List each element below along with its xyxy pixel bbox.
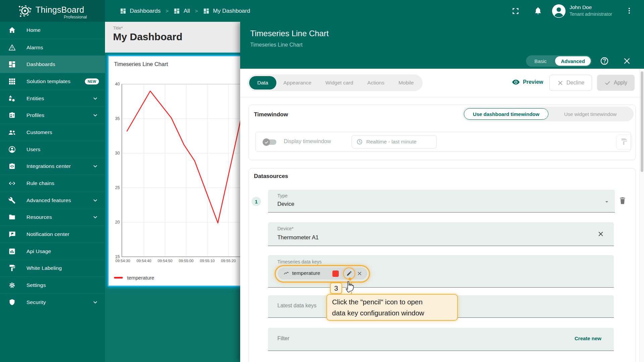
sidebar-item-label: Security [26,299,46,305]
sidebar-item-entities[interactable]: Entities [0,90,105,107]
clear-device-icon[interactable] [597,231,604,237]
tutorial-text-line2: data key configuration window [332,307,452,318]
fullscreen-icon[interactable] [511,7,520,15]
preview-label: Preview [523,79,543,85]
hand-cursor-icon [345,280,355,293]
dashboard-grid-icon [203,8,210,14]
chevron-down-icon [603,198,610,205]
svg-text:09:54:40: 09:54:40 [137,259,151,263]
dashboard-area: Title* My Dashboard Timeseries Line Char… [105,22,263,362]
breadcrumb-item-my-dashboard[interactable]: My Dashboard [203,8,250,14]
tab-data[interactable]: Data [249,76,276,89]
tab-mobile[interactable]: Mobile [391,76,421,89]
sidebar-item-rule-chains[interactable]: Rule chains [0,175,105,192]
chevron-down-icon [92,112,99,119]
check-icon [604,80,611,86]
scrollbar-thumb[interactable] [641,71,643,172]
sidebar-item-resources[interactable]: Resources [0,209,105,226]
display-timewindow-switch[interactable] [264,139,276,145]
remove-key-icon[interactable] [357,271,362,276]
sidebar-item-dashboards[interactable]: Dashboards [0,56,105,73]
timewindow-toggle: Use dashboard timewindow Use widget time… [463,107,634,121]
breadcrumb-separator: > [195,8,198,14]
delete-datasource-icon[interactable] [618,196,627,205]
timewindow-heading: Timewindow [254,111,288,118]
data-key-label: temperature [292,270,320,276]
sidebar-item-solution-templates[interactable]: Solution templatesNEW [0,73,105,90]
sidebar-item-advanced-features[interactable]: Advanced features [0,192,105,209]
scrollbar[interactable] [639,69,644,362]
notifications-bell-icon[interactable] [534,6,542,15]
panel-title: Timeseries Line Chart [250,29,329,38]
legend-swatch [114,277,123,279]
customers-icon [8,128,16,136]
sidebar-item-settings[interactable]: Settings [0,277,105,294]
sidebar-item-home[interactable]: Home [0,22,105,39]
mode-advanced-button[interactable]: Advanced [555,56,591,66]
filter-label: Filter [277,336,289,342]
breadcrumb-item-dashboards[interactable]: Dashboards [120,8,161,14]
tab-widget-card[interactable]: Widget card [318,76,360,89]
datasources-heading: Datasources [254,173,288,180]
new-badge: NEW [85,78,99,84]
device-field[interactable]: Device* Thermometer A1 [268,222,614,246]
tab-appearance[interactable]: Appearance [276,76,319,89]
datasource-type-select[interactable]: Type Device [268,190,615,213]
avatar[interactable] [552,4,566,18]
data-key-color-swatch[interactable] [332,270,339,277]
timeseries-key-icon [283,270,289,277]
breadcrumb-label: Dashboards [130,8,161,14]
realtime-timewindow-button[interactable]: Realtime - last minute [352,135,437,148]
create-new-link[interactable]: Create new [575,336,601,341]
use-widget-timewindow-button[interactable]: Use widget timewindow [548,111,632,117]
timeseries-data-keys-field[interactable]: Timeseries data keys temperature [268,255,614,288]
use-dashboard-timewindow-button[interactable]: Use dashboard timewindow [464,108,548,120]
sidebar-item-alarms[interactable]: Alarms [0,39,105,56]
sidebar-item-security[interactable]: Security [0,294,105,311]
decline-label: Decline [567,80,584,86]
sidebar-item-api-usage[interactable]: Api Usage [0,243,105,260]
datasources-section: Datasources 1 Type Device Device* Thermo… [249,168,636,362]
chart-legend[interactable]: temperature [114,275,154,281]
sidebar-item-customers[interactable]: Customers [0,124,105,141]
breadcrumb-item-all[interactable]: All [173,8,190,14]
sidebar-item-label: Integrations center [26,163,71,169]
apply-button[interactable]: Apply [597,75,635,91]
tab-actions[interactable]: Actions [360,76,391,89]
chevron-down-icon [92,299,99,306]
sidebar-item-white-labeling[interactable]: White Labeling [0,260,105,277]
svg-text:15: 15 [115,254,120,259]
mode-basic-button[interactable]: Basic [526,58,555,64]
home-icon [8,26,16,34]
decline-button[interactable]: Decline [549,75,592,91]
tutorial-step-badge: 3 [330,283,342,294]
sidebar-item-integrations-center[interactable]: Integrations center [0,158,105,175]
sidebar-item-profiles[interactable]: Profiles [0,107,105,124]
dashboard-title-label: Title* [113,25,123,31]
clock-icon [356,138,363,145]
sidebar-item-label: Customers [26,129,52,135]
data-key-chip[interactable]: temperature [278,267,367,280]
close-icon[interactable] [623,57,631,65]
svg-text:40: 40 [115,82,120,86]
sidebar-item-label: Home [26,27,41,33]
legend-label: temperature [127,275,154,281]
dashboard-title-input[interactable]: My Dashboard [113,31,182,43]
dashboards-icon [8,60,16,68]
device-value: Thermometer A1 [277,234,319,241]
display-timewindow-label: Display timewindow [284,138,331,144]
preview-button[interactable]: Preview [512,78,543,86]
timeseries-widget[interactable]: Timeseries Line Chart 09:54:3009:54:4009… [108,55,263,287]
kebab-menu-icon[interactable] [625,7,633,15]
eye-icon [512,78,520,86]
help-icon[interactable] [600,57,609,65]
breadcrumb-separator: > [166,8,169,14]
sidebar-item-users[interactable]: Users [0,141,105,158]
timewindow-row: Display timewindow Realtime - last minut… [255,132,631,152]
filter-field[interactable]: Filter Create new [268,328,614,351]
sidebar-item-notification-center[interactable]: Notification center [0,226,105,243]
top-bar: ThingsBoard Professional Dashboards>All>… [0,0,644,22]
panel-content: Timewindow Use dashboard timewindow Use … [240,97,644,362]
logo-block[interactable]: ThingsBoard Professional [0,0,105,22]
timewindow-style-button[interactable] [616,134,632,150]
